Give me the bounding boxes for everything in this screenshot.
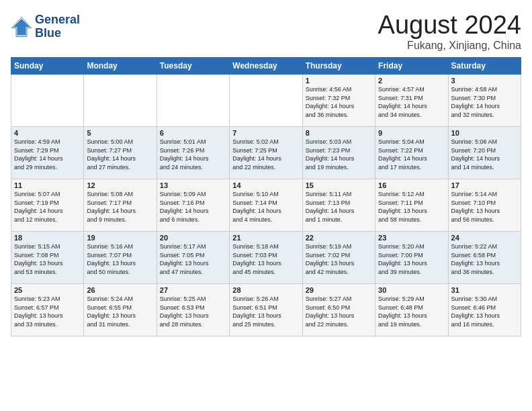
day-number: 23 bbox=[378, 234, 445, 242]
week-row-4: 18Sunrise: 5:15 AM Sunset: 7:08 PM Dayli… bbox=[11, 232, 521, 284]
week-row-3: 11Sunrise: 5:07 AM Sunset: 7:19 PM Dayli… bbox=[11, 179, 521, 232]
col-saturday: Saturday bbox=[448, 58, 521, 75]
calendar-cell: 10Sunrise: 5:06 AM Sunset: 7:20 PM Dayli… bbox=[448, 127, 521, 179]
day-info: Sunrise: 5:11 AM Sunset: 7:13 PM Dayligh… bbox=[306, 190, 372, 224]
day-info: Sunrise: 5:20 AM Sunset: 7:00 PM Dayligh… bbox=[378, 242, 445, 276]
calendar-cell: 28Sunrise: 5:26 AM Sunset: 6:51 PM Dayli… bbox=[230, 284, 302, 336]
day-number: 11 bbox=[14, 181, 81, 189]
day-info: Sunrise: 5:29 AM Sunset: 6:48 PM Dayligh… bbox=[378, 295, 445, 328]
day-info: Sunrise: 5:24 AM Sunset: 6:55 PM Dayligh… bbox=[87, 295, 153, 328]
day-number: 31 bbox=[451, 286, 518, 294]
location-title: Fukang, Xinjiang, China bbox=[378, 40, 521, 52]
day-number: 13 bbox=[160, 181, 226, 189]
calendar-cell: 19Sunrise: 5:16 AM Sunset: 7:07 PM Dayli… bbox=[84, 232, 157, 284]
day-number: 27 bbox=[160, 286, 226, 294]
day-number: 18 bbox=[14, 234, 81, 242]
day-info: Sunrise: 5:01 AM Sunset: 7:26 PM Dayligh… bbox=[160, 138, 226, 171]
day-info: Sunrise: 5:19 AM Sunset: 7:02 PM Dayligh… bbox=[306, 242, 372, 276]
day-info: Sunrise: 5:06 AM Sunset: 7:20 PM Dayligh… bbox=[451, 138, 518, 171]
calendar-cell: 23Sunrise: 5:20 AM Sunset: 7:00 PM Dayli… bbox=[375, 232, 448, 284]
day-number: 14 bbox=[232, 181, 299, 189]
day-info: Sunrise: 5:02 AM Sunset: 7:25 PM Dayligh… bbox=[232, 138, 299, 171]
day-info: Sunrise: 5:22 AM Sunset: 6:58 PM Dayligh… bbox=[451, 242, 518, 276]
calendar-cell: 4Sunrise: 4:59 AM Sunset: 7:29 PM Daylig… bbox=[11, 127, 84, 179]
calendar-cell: 21Sunrise: 5:18 AM Sunset: 7:03 PM Dayli… bbox=[230, 232, 302, 284]
week-row-2: 4Sunrise: 4:59 AM Sunset: 7:29 PM Daylig… bbox=[11, 127, 521, 179]
calendar-cell: 7Sunrise: 5:02 AM Sunset: 7:25 PM Daylig… bbox=[230, 127, 302, 179]
day-number: 4 bbox=[14, 129, 81, 137]
calendar-cell bbox=[157, 75, 229, 127]
day-info: Sunrise: 5:08 AM Sunset: 7:17 PM Dayligh… bbox=[87, 190, 153, 224]
calendar-cell: 18Sunrise: 5:15 AM Sunset: 7:08 PM Dayli… bbox=[11, 232, 84, 284]
calendar-cell: 29Sunrise: 5:27 AM Sunset: 6:50 PM Dayli… bbox=[302, 284, 375, 336]
calendar-cell: 31Sunrise: 5:30 AM Sunset: 6:46 PM Dayli… bbox=[448, 284, 521, 336]
calendar-cell bbox=[84, 75, 157, 127]
calendar-cell: 27Sunrise: 5:25 AM Sunset: 6:53 PM Dayli… bbox=[157, 284, 229, 336]
calendar-cell: 14Sunrise: 5:10 AM Sunset: 7:14 PM Dayli… bbox=[230, 179, 302, 232]
day-info: Sunrise: 5:14 AM Sunset: 7:10 PM Dayligh… bbox=[451, 190, 518, 224]
day-number: 22 bbox=[306, 234, 372, 242]
title-block: August 2024 Fukang, Xinjiang, China bbox=[378, 11, 521, 52]
day-info: Sunrise: 5:04 AM Sunset: 7:22 PM Dayligh… bbox=[378, 138, 445, 171]
day-info: Sunrise: 5:27 AM Sunset: 6:50 PM Dayligh… bbox=[306, 295, 372, 328]
col-friday: Friday bbox=[375, 58, 448, 75]
day-info: Sunrise: 5:25 AM Sunset: 6:53 PM Dayligh… bbox=[160, 295, 226, 328]
calendar-cell: 1Sunrise: 4:56 AM Sunset: 7:32 PM Daylig… bbox=[302, 75, 375, 127]
day-info: Sunrise: 5:26 AM Sunset: 6:51 PM Dayligh… bbox=[232, 295, 299, 328]
calendar-cell: 16Sunrise: 5:12 AM Sunset: 7:11 PM Dayli… bbox=[375, 179, 448, 232]
calendar-table: Sunday Monday Tuesday Wednesday Thursday… bbox=[11, 57, 521, 336]
calendar-cell: 24Sunrise: 5:22 AM Sunset: 6:58 PM Dayli… bbox=[448, 232, 521, 284]
day-number: 29 bbox=[306, 286, 372, 294]
day-number: 1 bbox=[306, 77, 372, 85]
day-number: 19 bbox=[87, 234, 153, 242]
calendar-cell: 11Sunrise: 5:07 AM Sunset: 7:19 PM Dayli… bbox=[11, 179, 84, 232]
logo: General Blue bbox=[11, 13, 80, 40]
day-info: Sunrise: 4:59 AM Sunset: 7:29 PM Dayligh… bbox=[14, 138, 81, 171]
day-number: 7 bbox=[232, 129, 299, 137]
day-info: Sunrise: 5:12 AM Sunset: 7:11 PM Dayligh… bbox=[378, 190, 445, 224]
day-number: 6 bbox=[160, 129, 226, 137]
logo-line1: General bbox=[35, 13, 80, 27]
calendar-cell: 2Sunrise: 4:57 AM Sunset: 7:31 PM Daylig… bbox=[375, 75, 448, 127]
calendar-cell bbox=[230, 75, 302, 127]
calendar-cell: 12Sunrise: 5:08 AM Sunset: 7:17 PM Dayli… bbox=[84, 179, 157, 232]
day-info: Sunrise: 5:16 AM Sunset: 7:07 PM Dayligh… bbox=[87, 242, 153, 276]
logo-icon bbox=[11, 16, 32, 38]
day-info: Sunrise: 5:09 AM Sunset: 7:16 PM Dayligh… bbox=[160, 190, 226, 224]
day-number: 12 bbox=[87, 181, 153, 189]
col-wednesday: Wednesday bbox=[230, 58, 302, 75]
day-info: Sunrise: 5:00 AM Sunset: 7:27 PM Dayligh… bbox=[87, 138, 153, 171]
calendar-cell bbox=[11, 75, 84, 127]
day-number: 3 bbox=[451, 77, 518, 85]
calendar-cell: 30Sunrise: 5:29 AM Sunset: 6:48 PM Dayli… bbox=[375, 284, 448, 336]
day-info: Sunrise: 4:58 AM Sunset: 7:30 PM Dayligh… bbox=[451, 85, 518, 119]
day-info: Sunrise: 4:56 AM Sunset: 7:32 PM Dayligh… bbox=[306, 85, 372, 119]
calendar-cell: 22Sunrise: 5:19 AM Sunset: 7:02 PM Dayli… bbox=[302, 232, 375, 284]
day-info: Sunrise: 4:57 AM Sunset: 7:31 PM Dayligh… bbox=[378, 85, 445, 119]
calendar-cell: 17Sunrise: 5:14 AM Sunset: 7:10 PM Dayli… bbox=[448, 179, 521, 232]
calendar-cell: 25Sunrise: 5:23 AM Sunset: 6:57 PM Dayli… bbox=[11, 284, 84, 336]
day-number: 10 bbox=[451, 129, 518, 137]
calendar-cell: 9Sunrise: 5:04 AM Sunset: 7:22 PM Daylig… bbox=[375, 127, 448, 179]
calendar-cell: 20Sunrise: 5:17 AM Sunset: 7:05 PM Dayli… bbox=[157, 232, 229, 284]
calendar-cell: 13Sunrise: 5:09 AM Sunset: 7:16 PM Dayli… bbox=[157, 179, 229, 232]
day-number: 8 bbox=[306, 129, 372, 137]
day-number: 5 bbox=[87, 129, 153, 137]
week-row-1: 1Sunrise: 4:56 AM Sunset: 7:32 PM Daylig… bbox=[11, 75, 521, 127]
day-number: 20 bbox=[160, 234, 226, 242]
day-info: Sunrise: 5:10 AM Sunset: 7:14 PM Dayligh… bbox=[232, 190, 299, 224]
calendar-cell: 26Sunrise: 5:24 AM Sunset: 6:55 PM Dayli… bbox=[84, 284, 157, 336]
calendar-cell: 15Sunrise: 5:11 AM Sunset: 7:13 PM Dayli… bbox=[302, 179, 375, 232]
header-row: Sunday Monday Tuesday Wednesday Thursday… bbox=[11, 58, 521, 75]
day-info: Sunrise: 5:15 AM Sunset: 7:08 PM Dayligh… bbox=[14, 242, 81, 276]
logo-line2: Blue bbox=[35, 27, 80, 40]
day-info: Sunrise: 5:03 AM Sunset: 7:23 PM Dayligh… bbox=[306, 138, 372, 171]
calendar-cell: 6Sunrise: 5:01 AM Sunset: 7:26 PM Daylig… bbox=[157, 127, 229, 179]
day-number: 21 bbox=[232, 234, 299, 242]
day-number: 26 bbox=[87, 286, 153, 294]
page: General Blue August 2024 Fukang, Xinjian… bbox=[0, 0, 532, 411]
header: General Blue August 2024 Fukang, Xinjian… bbox=[11, 11, 521, 52]
week-row-5: 25Sunrise: 5:23 AM Sunset: 6:57 PM Dayli… bbox=[11, 284, 521, 336]
col-tuesday: Tuesday bbox=[157, 58, 229, 75]
day-number: 17 bbox=[451, 181, 518, 189]
